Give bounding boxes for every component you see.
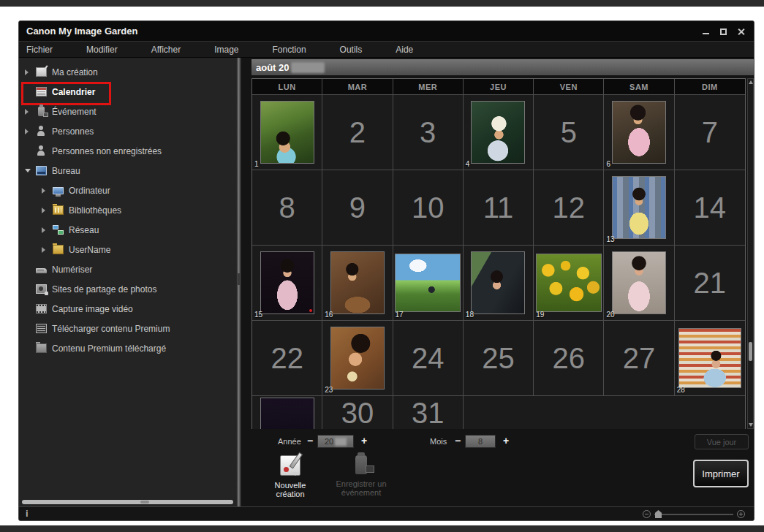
zoom-slider-thumb[interactable] (655, 510, 662, 518)
day-view-button[interactable]: Vue jour (695, 434, 749, 449)
day-number: 6 (606, 160, 610, 168)
sidebar-item-sites-de-partage-de-photos[interactable]: Sites de partage de photos (19, 279, 236, 299)
day-number: 26 (553, 343, 586, 373)
sidebar-item-contenu-premium-telecharge[interactable]: Contenu Premium téléchargé (19, 338, 236, 358)
vertical-scrollbar[interactable] (747, 78, 754, 429)
calendar-cell-day-11[interactable]: 11 (464, 170, 534, 245)
new-creation-label: Nouvelle création (266, 481, 314, 498)
sidebar-item-telecharger-contenu-premium[interactable]: Télécharger contenu Premium (19, 319, 236, 338)
calendar-cell-day-20[interactable]: 20 (604, 246, 674, 320)
day-number: 21 (694, 268, 727, 297)
calendar-cell-day-25[interactable]: 25 (464, 321, 534, 395)
calendar-cell-day-21[interactable]: 21 (675, 246, 745, 320)
sidebar-item-bureau[interactable]: Bureau (19, 161, 236, 180)
sidebar-splitter[interactable] (236, 58, 241, 506)
info-icon[interactable]: i (26, 508, 29, 519)
zoom-in-icon[interactable] (737, 510, 745, 518)
sidebar-item-reseau[interactable]: Réseau (19, 220, 236, 240)
calendar-cell-day-19[interactable]: 19 (534, 246, 604, 320)
calendar-cell-day-10[interactable]: 10 (393, 170, 464, 245)
scroll-down-arrow-icon[interactable] (749, 423, 753, 427)
menu-item-fonction[interactable]: Fonction (273, 45, 306, 55)
calendar-cell-empty (604, 396, 674, 429)
sidebar-item-personnes[interactable]: Personnes (19, 121, 236, 141)
close-button[interactable] (737, 28, 745, 36)
menu-item-fichier[interactable]: Fichier (26, 45, 53, 55)
calendar-cell-day-17[interactable]: 17 (393, 246, 464, 320)
chevron-right-icon[interactable] (25, 129, 36, 134)
calendar-cell-day-26[interactable]: 26 (534, 321, 604, 395)
month-value-field[interactable]: 8 (465, 435, 496, 448)
year-increment-button[interactable]: + (358, 434, 370, 447)
calendar-cell-day-22[interactable]: 22 (252, 321, 322, 395)
print-button[interactable]: Imprimer (693, 460, 749, 487)
sidebar-item-evenement[interactable]: Événement (19, 102, 236, 121)
photo-thumbnail (613, 102, 665, 163)
calendar-cell-day-16[interactable]: 16 (322, 246, 393, 320)
chevron-right-icon[interactable] (42, 208, 53, 213)
sidebar-item-ma-creation[interactable]: Ma création (19, 62, 236, 82)
menu-item-aide[interactable]: Aide (396, 45, 413, 55)
scrollbar-grip[interactable] (140, 501, 149, 503)
menu-item-outils[interactable]: Outils (340, 45, 363, 55)
sidebar-item-numeriser[interactable]: Numériser (19, 259, 236, 279)
chevron-right-icon[interactable] (25, 69, 36, 75)
calendar-cell-day-2[interactable]: 2 (322, 95, 393, 170)
calendar-cell-day-3[interactable]: 3 (393, 95, 464, 170)
calendar-cell-day-9[interactable]: 9 (322, 170, 393, 245)
calendar-cell-day-13[interactable]: 13 (604, 170, 674, 245)
menu-item-image[interactable]: Image (214, 45, 238, 55)
sidebar-item-bibliotheques[interactable]: Bibliothèques (19, 200, 236, 220)
maximize-button[interactable] (719, 28, 727, 36)
window-title: Canon My Image Garden (19, 26, 137, 37)
zoom-slider-track[interactable] (654, 514, 733, 515)
calendar-cell-day-15[interactable]: 15 (252, 246, 322, 320)
sidebar-horizontal-scrollbar[interactable] (22, 500, 233, 504)
month-decrement-button[interactable]: − (452, 434, 464, 447)
calendar-cell-day-1[interactable]: 1 (252, 95, 322, 170)
chevron-right-icon[interactable] (42, 247, 53, 253)
calendar-cell-day-23[interactable]: 23 (322, 321, 393, 395)
minimize-button[interactable] (702, 28, 710, 36)
scanner-icon (36, 268, 47, 273)
sidebar-item-ordinateur[interactable]: Ordinateur (19, 180, 236, 200)
sidebar-item-label: Personnes (52, 126, 94, 137)
sidebar-item-username[interactable]: UserName (19, 240, 236, 259)
calendar-cell-day-27[interactable]: 27 (604, 321, 674, 395)
sidebar-item-personnes-non-enregistrees[interactable]: Personnes non enregistrées (19, 141, 236, 161)
register-event-button[interactable]: Enregistrer un événement (328, 455, 395, 497)
day-number: 15 (254, 311, 262, 319)
sidebar-item-capture-image-video[interactable]: Capture image vidéo (19, 299, 236, 319)
zoom-out-icon[interactable] (643, 510, 651, 518)
menu-item-modifier[interactable]: Modifier (86, 45, 118, 55)
calendar-cell-day-7[interactable]: 7 (675, 95, 745, 170)
calendar-cell-day-18[interactable]: 18 (464, 246, 534, 320)
day-number: 4 (466, 160, 470, 168)
year-value-field[interactable]: 20 (317, 435, 354, 448)
calendar-cell-day-12[interactable]: 12 (534, 170, 604, 245)
year-decrement-button[interactable]: − (304, 434, 316, 447)
calendar-cell-day-14[interactable]: 14 (675, 170, 745, 245)
chevron-down-icon[interactable] (25, 169, 36, 172)
calendar-cell-day-4[interactable]: 4 (464, 95, 534, 170)
scrollbar-thumb[interactable] (749, 342, 752, 361)
calendar-cell-day-30[interactable]: 30 (322, 396, 393, 429)
calendar-week-row: 22232425262728 (252, 321, 745, 396)
chevron-right-icon[interactable] (25, 109, 36, 115)
sidebar-item-label: Bureau (52, 166, 80, 176)
scroll-up-arrow-icon[interactable] (749, 80, 753, 84)
calendar-cell-day-24[interactable]: 24 (393, 321, 464, 395)
menu-item-afficher[interactable]: Afficher (151, 45, 181, 55)
calendar-cell-day-6[interactable]: 6 (604, 95, 674, 170)
chevron-right-icon[interactable] (42, 227, 53, 233)
sidebar-item-calendrier[interactable]: Calendrier (19, 82, 236, 102)
calendar-cell-day-28[interactable]: 28 (675, 321, 745, 395)
chevron-right-icon[interactable] (42, 188, 53, 194)
new-creation-button[interactable]: Nouvelle création (266, 455, 314, 498)
calendar-cell-day-29[interactable]: 29 (252, 396, 322, 429)
month-increment-button[interactable]: + (500, 434, 512, 447)
dropdown-caret-icon[interactable] (292, 472, 298, 476)
calendar-cell-day-5[interactable]: 5 (534, 95, 604, 170)
calendar-cell-day-8[interactable]: 8 (252, 170, 322, 245)
calendar-cell-day-31[interactable]: 31 (393, 396, 464, 429)
